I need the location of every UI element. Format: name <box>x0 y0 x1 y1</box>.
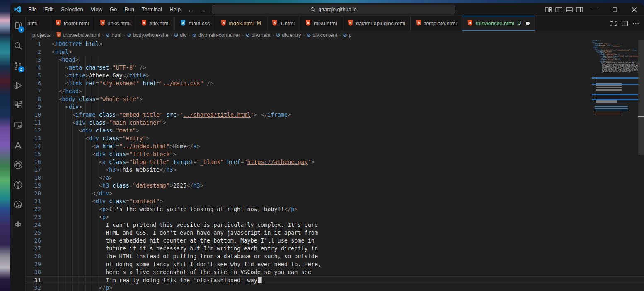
extensions-icon[interactable] <box>10 95 25 115</box>
breadcrumb-item-p[interactable]: ⊘p <box>343 32 351 38</box>
breadcrumb-item-projects[interactable]: projects <box>32 32 51 38</box>
breadcrumb-item-div.main[interactable]: ⊘div.main <box>246 32 271 38</box>
line-content: <a class="blog-title" target="_blank" hr… <box>41 158 315 166</box>
breadcrumb-item-body.whole-site[interactable]: ⊘body.whole-site <box>127 32 168 38</box>
breadcrumb-label: thiswebsite.html <box>63 32 100 38</box>
line-content: HTML and CSS. I don't even have any java… <box>41 229 318 237</box>
menu-selection[interactable]: Selection <box>57 3 87 16</box>
tab-footer.html[interactable]: 5footer.html <box>50 16 94 31</box>
line-number: 24 <box>26 221 41 229</box>
a-extension-icon[interactable] <box>10 135 25 155</box>
tab-template.html[interactable]: 5template.html <box>411 16 462 31</box>
tab-label: template.html <box>424 20 457 26</box>
command-center-search[interactable]: gnargle.github.io <box>212 5 455 14</box>
line-content: <div> <box>41 103 82 111</box>
breadcrumb-item-html[interactable]: ⊘html <box>106 32 121 38</box>
run-and-debug-icon[interactable] <box>10 75 25 95</box>
symbol-element-icon: ⊘ <box>106 33 110 38</box>
line-content: <div class="main-container"> <box>41 119 166 127</box>
tab-miku.html[interactable]: 5miku.html <box>300 16 342 31</box>
search-value: gnargle.github.io <box>318 7 356 12</box>
minimap-highlight-line <box>592 84 638 85</box>
minimap[interactable]: <!DOCTYPE html><html> <head> <meta chars… <box>592 40 638 291</box>
tab-thiswebsite.html[interactable]: 5thiswebsite.htmlU <box>462 16 535 31</box>
remote-explorer-icon[interactable] <box>10 115 25 135</box>
tab-html[interactable]: html <box>26 16 50 31</box>
scrollbar-slider[interactable] <box>638 40 644 155</box>
breadcrumb-separator: › <box>242 33 244 38</box>
search-view-icon[interactable] <box>10 36 25 55</box>
title-bar: FileEditSelectionViewGoRunTerminalHelp ←… <box>10 3 644 16</box>
menu-view[interactable]: View <box>87 3 106 16</box>
code-editor[interactable]: 1<!DOCTYPE html>2<html>3 <head>4 <meta c… <box>26 40 644 291</box>
breadcrumb-item-div.content[interactable]: ⊘div.content <box>307 32 337 38</box>
tab-1.html[interactable]: 51.html <box>266 16 300 31</box>
gitlens-icon[interactable] <box>10 175 25 195</box>
vertical-scrollbar[interactable] <box>638 40 644 291</box>
tab-label: index.html <box>229 20 254 26</box>
line-content: <div class="title-block"> <box>41 150 177 158</box>
toggle-secondary-sidebar-icon[interactable] <box>576 7 583 12</box>
vscode-window: FileEditSelectionViewGoRunTerminalHelp ←… <box>10 3 644 291</box>
line-content: <p>It's the website you're looking at ri… <box>41 205 298 213</box>
vscode-logo-icon <box>14 6 21 13</box>
breadcrumb-item-thiswebsite.html[interactable]: 5thiswebsite.html <box>56 32 100 38</box>
line-number: 6 <box>26 79 41 87</box>
line-number: 7 <box>26 87 41 95</box>
menu-go[interactable]: Go <box>106 3 121 16</box>
line-number: 1 <box>26 40 41 48</box>
minimize-button[interactable] <box>586 3 605 16</box>
source-control-icon[interactable]: 2 <box>10 55 25 75</box>
code-line-15: 15 <div class="title-block"> <box>26 150 644 158</box>
forward-arrow-icon[interactable]: → <box>200 6 206 13</box>
tab-index.html[interactable]: 5index.htmlM <box>215 16 266 31</box>
breadcrumb-item-div[interactable]: ⊘div <box>174 32 186 38</box>
svg-text:5: 5 <box>307 21 309 25</box>
menu-terminal[interactable]: Terminal <box>138 3 166 16</box>
tab-label: title.html <box>150 20 169 26</box>
menu-edit[interactable]: Edit <box>41 3 57 16</box>
open-changes-icon[interactable] <box>610 20 617 27</box>
tab-title.html[interactable]: 5title.html <box>136 16 175 31</box>
html-file-icon: 5 <box>416 19 422 27</box>
line-number: 11 <box>26 119 41 127</box>
godot-tools-icon[interactable] <box>10 214 25 234</box>
tab-main.css[interactable]: 3main.css <box>175 16 215 31</box>
maximize-button[interactable] <box>605 3 625 16</box>
breadcrumb-item-div.main-container[interactable]: ⊘div.main-container <box>192 32 240 38</box>
tab-dalamudplugins.html[interactable]: 5dalamudplugins.html <box>342 16 411 31</box>
svg-text:5: 5 <box>223 21 225 25</box>
tab-label: miku.html <box>314 20 337 26</box>
window-controls <box>586 3 644 16</box>
breadcrumb-label: div <box>180 32 186 38</box>
code-line-25: 25 HTML and CSS. I don't even have any j… <box>26 229 644 237</box>
github-icon[interactable] <box>10 155 25 175</box>
code-line-23: 23 <p> <box>26 213 644 221</box>
explorer-icon[interactable]: 1 <box>10 16 25 36</box>
menu-bar: FileEditSelectionViewGoRunTerminalHelp <box>24 3 184 16</box>
tab-links.html[interactable]: 5links.html <box>94 16 136 31</box>
html-file-icon: 5 <box>141 19 147 27</box>
menu-run[interactable]: Run <box>121 3 138 16</box>
gitlens-inspect-icon[interactable] <box>10 195 25 214</box>
toggle-primary-sidebar-icon[interactable] <box>555 7 562 12</box>
code-area[interactable]: 1<!DOCTYPE html>2<html>3 <head>4 <meta c… <box>26 40 644 291</box>
breadcrumb-label: html <box>111 32 121 38</box>
toggle-panel-icon[interactable] <box>566 7 573 12</box>
html-file-icon: 5 <box>347 19 353 27</box>
text-cursor <box>257 277 262 284</box>
more-actions-icon[interactable]: ⋯ <box>632 20 639 26</box>
code-line-8: 8 <body class="whole-site"> <box>26 95 644 103</box>
close-button[interactable] <box>625 3 644 16</box>
minimap-text-block <box>596 100 617 103</box>
menu-file[interactable]: File <box>24 3 41 16</box>
breadcrumb-item-div.entry[interactable]: ⊘div.entry <box>276 32 301 38</box>
breadcrumb-label: p <box>349 32 352 38</box>
customize-layout-icon[interactable] <box>545 7 552 12</box>
line-content: <div class="entry"> <box>41 135 150 142</box>
symbol-element-icon: ⊘ <box>127 33 131 38</box>
unsaved-dot-icon[interactable] <box>526 22 530 25</box>
back-arrow-icon[interactable]: ← <box>188 6 194 13</box>
split-editor-icon[interactable] <box>621 20 628 27</box>
menu-help[interactable]: Help <box>166 3 184 16</box>
